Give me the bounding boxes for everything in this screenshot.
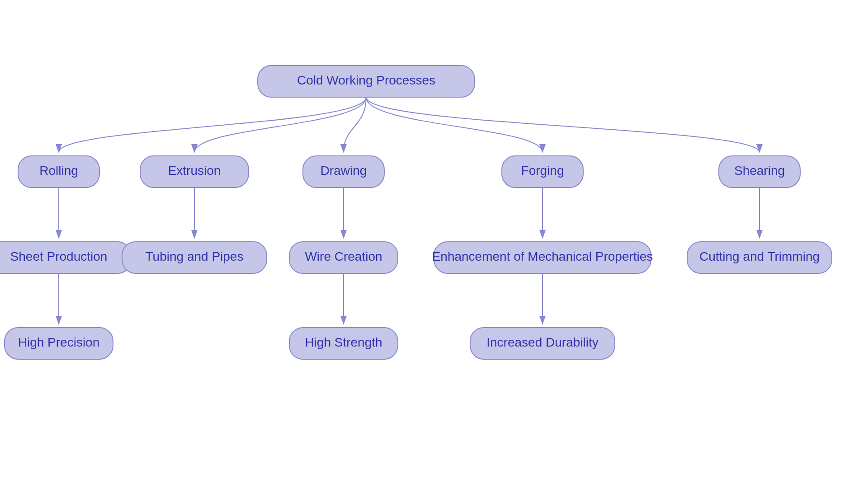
node-label: Rolling bbox=[39, 164, 78, 178]
node-label: High Precision bbox=[18, 335, 100, 349]
node-label: Extrusion bbox=[168, 164, 221, 178]
node-label: Cutting and Trimming bbox=[699, 249, 820, 263]
edge-curve bbox=[194, 97, 366, 152]
node-label: Tubing and Pipes bbox=[146, 249, 244, 263]
node-high-precision: High Precision bbox=[5, 328, 113, 359]
node-rolling: Rolling bbox=[18, 156, 99, 188]
node-tubing-and-pipes: Tubing and Pipes bbox=[122, 242, 267, 273]
node-high-strength: High Strength bbox=[289, 328, 398, 359]
node-label: Cold Working Processes bbox=[297, 73, 435, 87]
node-label: Forging bbox=[521, 164, 564, 178]
node-sheet-production: Sheet Production bbox=[0, 242, 131, 273]
node-cold-working-processes: Cold Working Processes bbox=[258, 66, 475, 97]
node-enhancement-of-mechanical-properties: Enhancement of Mechanical Properties bbox=[432, 242, 653, 273]
node-extrusion: Extrusion bbox=[140, 156, 249, 188]
node-label: Enhancement of Mechanical Properties bbox=[432, 249, 653, 263]
edge-curve bbox=[366, 97, 542, 152]
node-wire-creation: Wire Creation bbox=[289, 242, 398, 273]
node-label: Sheet Production bbox=[10, 249, 108, 263]
node-label: High Strength bbox=[305, 335, 382, 349]
node-drawing: Drawing bbox=[303, 156, 384, 188]
node-shearing: Shearing bbox=[719, 156, 800, 188]
node-label: Wire Creation bbox=[305, 249, 382, 263]
node-increased-durability: Increased Durability bbox=[470, 328, 615, 359]
node-forging: Forging bbox=[502, 156, 583, 188]
edge-curve bbox=[366, 97, 760, 152]
node-label: Drawing bbox=[321, 164, 367, 178]
edge-curve bbox=[344, 97, 366, 152]
edge-curve bbox=[59, 97, 366, 152]
node-label: Increased Durability bbox=[486, 335, 598, 349]
node-label: Shearing bbox=[734, 164, 785, 178]
diagram: Cold Working ProcessesRollingSheet Produ… bbox=[0, 0, 868, 488]
node-cutting-and-trimming: Cutting and Trimming bbox=[687, 242, 832, 273]
